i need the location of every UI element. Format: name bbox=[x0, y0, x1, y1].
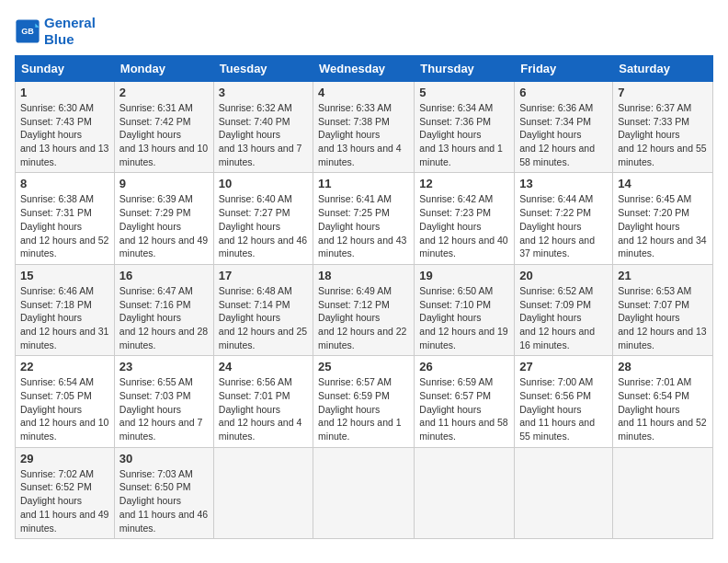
calendar-cell: 27 Sunrise: 7:00 AMSunset: 6:56 PMDaylig… bbox=[515, 356, 613, 447]
day-info: Sunrise: 7:02 AMSunset: 6:52 PMDaylight … bbox=[20, 467, 109, 534]
day-number: 24 bbox=[219, 360, 308, 373]
day-number: 26 bbox=[419, 360, 509, 373]
logo-icon: GB bbox=[15, 18, 40, 44]
day-number: 30 bbox=[119, 452, 209, 465]
day-info: Sunrise: 6:30 AMSunset: 7:43 PMDaylight … bbox=[20, 101, 109, 168]
logo-line2: Blue bbox=[44, 31, 74, 47]
calendar-week-row: 29 Sunrise: 7:02 AMSunset: 6:52 PMDaylig… bbox=[16, 447, 713, 538]
weekday-header: Saturday bbox=[613, 56, 713, 82]
calendar-cell: 13 Sunrise: 6:44 AMSunset: 7:22 PMDaylig… bbox=[515, 173, 613, 264]
day-info: Sunrise: 6:52 AMSunset: 7:09 PMDaylight … bbox=[519, 284, 608, 351]
day-number: 19 bbox=[419, 269, 509, 282]
day-number: 3 bbox=[219, 86, 308, 99]
day-number: 11 bbox=[318, 177, 409, 190]
day-number: 27 bbox=[519, 360, 608, 373]
calendar-cell: 23 Sunrise: 6:55 AMSunset: 7:03 PMDaylig… bbox=[114, 356, 213, 447]
day-info: Sunrise: 6:47 AMSunset: 7:16 PMDaylight … bbox=[119, 284, 209, 351]
calendar-week-row: 15 Sunrise: 6:46 AMSunset: 7:18 PMDaylig… bbox=[16, 264, 713, 355]
day-number: 22 bbox=[20, 360, 109, 373]
calendar-cell bbox=[515, 447, 613, 538]
day-number: 21 bbox=[618, 269, 708, 282]
calendar-cell: 16 Sunrise: 6:47 AMSunset: 7:16 PMDaylig… bbox=[114, 264, 213, 355]
calendar-cell bbox=[213, 447, 313, 538]
calendar-cell bbox=[313, 447, 415, 538]
calendar-cell: 8 Sunrise: 6:38 AMSunset: 7:31 PMDayligh… bbox=[16, 173, 115, 264]
calendar-cell: 10 Sunrise: 6:40 AMSunset: 7:27 PMDaylig… bbox=[213, 173, 313, 264]
weekday-header: Sunday bbox=[16, 56, 115, 82]
day-info: Sunrise: 6:37 AMSunset: 7:33 PMDaylight … bbox=[618, 101, 708, 168]
day-info: Sunrise: 6:34 AMSunset: 7:36 PMDaylight … bbox=[419, 101, 509, 168]
day-info: Sunrise: 6:55 AMSunset: 7:03 PMDaylight … bbox=[119, 375, 209, 442]
day-number: 29 bbox=[20, 452, 109, 465]
day-number: 2 bbox=[119, 86, 209, 99]
day-info: Sunrise: 7:00 AMSunset: 6:56 PMDaylight … bbox=[519, 375, 608, 442]
svg-text:GB: GB bbox=[21, 27, 34, 36]
day-number: 17 bbox=[219, 269, 308, 282]
calendar-cell: 15 Sunrise: 6:46 AMSunset: 7:18 PMDaylig… bbox=[16, 264, 115, 355]
calendar-cell: 18 Sunrise: 6:49 AMSunset: 7:12 PMDaylig… bbox=[313, 264, 415, 355]
day-number: 7 bbox=[618, 86, 708, 99]
day-info: Sunrise: 6:42 AMSunset: 7:23 PMDaylight … bbox=[419, 192, 509, 259]
logo: GB General Blue bbox=[15, 15, 96, 48]
day-number: 5 bbox=[419, 86, 509, 99]
day-info: Sunrise: 6:32 AMSunset: 7:40 PMDaylight … bbox=[219, 101, 308, 168]
day-info: Sunrise: 6:54 AMSunset: 7:05 PMDaylight … bbox=[20, 375, 109, 442]
day-number: 25 bbox=[318, 360, 409, 373]
calendar-cell: 14 Sunrise: 6:45 AMSunset: 7:20 PMDaylig… bbox=[613, 173, 713, 264]
weekday-header: Tuesday bbox=[213, 56, 313, 82]
calendar-cell: 26 Sunrise: 6:59 AMSunset: 6:57 PMDaylig… bbox=[415, 356, 515, 447]
weekday-header-row: SundayMondayTuesdayWednesdayThursdayFrid… bbox=[16, 56, 713, 82]
day-info: Sunrise: 6:31 AMSunset: 7:42 PMDaylight … bbox=[119, 101, 209, 168]
calendar-cell: 29 Sunrise: 7:02 AMSunset: 6:52 PMDaylig… bbox=[16, 447, 115, 538]
header: GB General Blue bbox=[15, 15, 713, 48]
weekday-header: Wednesday bbox=[313, 56, 415, 82]
day-number: 15 bbox=[20, 269, 109, 282]
day-info: Sunrise: 6:57 AMSunset: 6:59 PMDaylight … bbox=[318, 375, 409, 442]
day-number: 12 bbox=[419, 177, 509, 190]
calendar-cell: 28 Sunrise: 7:01 AMSunset: 6:54 PMDaylig… bbox=[613, 356, 713, 447]
day-number: 23 bbox=[119, 360, 209, 373]
calendar-cell: 2 Sunrise: 6:31 AMSunset: 7:42 PMDayligh… bbox=[114, 82, 213, 173]
day-info: Sunrise: 6:46 AMSunset: 7:18 PMDaylight … bbox=[20, 284, 109, 351]
day-info: Sunrise: 7:03 AMSunset: 6:50 PMDaylight … bbox=[119, 467, 209, 534]
calendar-cell: 22 Sunrise: 6:54 AMSunset: 7:05 PMDaylig… bbox=[16, 356, 115, 447]
day-number: 16 bbox=[119, 269, 209, 282]
calendar-cell: 19 Sunrise: 6:50 AMSunset: 7:10 PMDaylig… bbox=[415, 264, 515, 355]
calendar-table: SundayMondayTuesdayWednesdayThursdayFrid… bbox=[15, 55, 713, 539]
calendar-cell: 5 Sunrise: 6:34 AMSunset: 7:36 PMDayligh… bbox=[415, 82, 515, 173]
day-info: Sunrise: 6:38 AMSunset: 7:31 PMDaylight … bbox=[20, 192, 109, 259]
calendar-cell: 3 Sunrise: 6:32 AMSunset: 7:40 PMDayligh… bbox=[213, 82, 313, 173]
weekday-header: Monday bbox=[114, 56, 213, 82]
calendar-cell: 1 Sunrise: 6:30 AMSunset: 7:43 PMDayligh… bbox=[16, 82, 115, 173]
calendar-cell: 17 Sunrise: 6:48 AMSunset: 7:14 PMDaylig… bbox=[213, 264, 313, 355]
day-number: 6 bbox=[519, 86, 608, 99]
logo-line1: General bbox=[44, 15, 96, 30]
calendar-week-row: 1 Sunrise: 6:30 AMSunset: 7:43 PMDayligh… bbox=[16, 82, 713, 173]
calendar-cell: 21 Sunrise: 6:53 AMSunset: 7:07 PMDaylig… bbox=[613, 264, 713, 355]
day-number: 13 bbox=[519, 177, 608, 190]
calendar-week-row: 8 Sunrise: 6:38 AMSunset: 7:31 PMDayligh… bbox=[16, 173, 713, 264]
day-number: 4 bbox=[318, 86, 409, 99]
day-number: 10 bbox=[219, 177, 308, 190]
day-info: Sunrise: 6:59 AMSunset: 6:57 PMDaylight … bbox=[419, 375, 509, 442]
calendar-cell: 4 Sunrise: 6:33 AMSunset: 7:38 PMDayligh… bbox=[313, 82, 415, 173]
calendar-cell: 12 Sunrise: 6:42 AMSunset: 7:23 PMDaylig… bbox=[415, 173, 515, 264]
day-info: Sunrise: 6:50 AMSunset: 7:10 PMDaylight … bbox=[419, 284, 509, 351]
calendar-cell: 25 Sunrise: 6:57 AMSunset: 6:59 PMDaylig… bbox=[313, 356, 415, 447]
day-info: Sunrise: 6:39 AMSunset: 7:29 PMDaylight … bbox=[119, 192, 209, 259]
day-info: Sunrise: 6:40 AMSunset: 7:27 PMDaylight … bbox=[219, 192, 308, 259]
calendar-cell: 9 Sunrise: 6:39 AMSunset: 7:29 PMDayligh… bbox=[114, 173, 213, 264]
calendar-cell bbox=[415, 447, 515, 538]
day-number: 9 bbox=[119, 177, 209, 190]
weekday-header: Thursday bbox=[415, 56, 515, 82]
day-info: Sunrise: 6:45 AMSunset: 7:20 PMDaylight … bbox=[618, 192, 708, 259]
calendar-cell: 30 Sunrise: 7:03 AMSunset: 6:50 PMDaylig… bbox=[114, 447, 213, 538]
day-info: Sunrise: 7:01 AMSunset: 6:54 PMDaylight … bbox=[618, 375, 708, 442]
calendar-week-row: 22 Sunrise: 6:54 AMSunset: 7:05 PMDaylig… bbox=[16, 356, 713, 447]
day-number: 14 bbox=[618, 177, 708, 190]
day-number: 1 bbox=[20, 86, 109, 99]
calendar-cell: 7 Sunrise: 6:37 AMSunset: 7:33 PMDayligh… bbox=[613, 82, 713, 173]
day-info: Sunrise: 6:41 AMSunset: 7:25 PMDaylight … bbox=[318, 192, 409, 259]
day-info: Sunrise: 6:56 AMSunset: 7:01 PMDaylight … bbox=[219, 375, 308, 442]
day-number: 8 bbox=[20, 177, 109, 190]
